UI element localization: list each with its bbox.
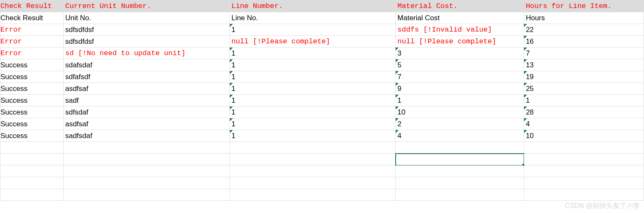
cell-empty[interactable] [396,165,524,177]
spreadsheet-grid[interactable]: Check Result Current Unit Number. Line N… [0,0,644,201]
cell-hours[interactable]: 25 [524,83,644,95]
cell-empty[interactable] [0,177,64,189]
subheader-row: Check Result Unit No. Line No. Material … [0,12,644,24]
cell-line[interactable]: 1 [229,48,396,59]
cell-empty[interactable] [63,189,229,201]
table-row: Successasdfsaf1925 [0,83,644,95]
cell-line[interactable]: 1 [229,83,396,95]
table-row: Successsdafsdaf1513 [0,59,644,71]
cell-unit[interactable]: sdfsdfdsf [63,24,229,36]
cell-hours[interactable]: 4 [524,118,644,130]
cell-check[interactable]: Success [0,118,64,130]
cell-unit[interactable]: sadf [63,95,229,106]
table-row: Successsdfafsdf1719 [0,71,644,83]
cell-hours[interactable]: 13 [524,59,644,71]
col-sub-hours[interactable]: Hours [524,12,644,24]
cell-empty[interactable] [396,154,524,165]
cell-empty[interactable] [0,154,64,165]
table-row-empty [0,165,644,177]
cell-line[interactable]: 1 [229,118,396,130]
cell-cost[interactable]: 3 [396,48,524,59]
cell-empty[interactable] [63,142,229,154]
cell-unit[interactable]: sd [!No need to update unit] [63,48,229,59]
cell-empty[interactable] [63,177,229,189]
cell-unit[interactable]: sdfafsdf [63,71,229,83]
table-row: Successsdfsdaf11028 [0,106,644,118]
cell-cost[interactable]: 7 [396,71,524,83]
col-header-hours[interactable]: Hours for Line Item. [524,0,644,12]
cell-hours[interactable]: 7 [524,48,644,59]
cell-hours[interactable]: 28 [524,106,644,118]
cell-hours[interactable]: 10 [524,130,644,142]
cell-unit[interactable]: sdafsdaf [63,59,229,71]
header-row: Check Result Current Unit Number. Line N… [0,0,644,12]
cell-empty[interactable] [524,189,644,201]
cell-line[interactable]: 1 [229,95,396,106]
cell-empty[interactable] [524,165,644,177]
cell-cost[interactable]: 4 [396,130,524,142]
cell-empty[interactable] [229,189,396,201]
cell-empty[interactable] [524,177,644,189]
col-header-line[interactable]: Line Number. [229,0,396,12]
cell-cost[interactable]: null [!Please complete] [396,36,524,48]
cell-check[interactable]: Error [0,24,64,36]
cell-cost[interactable]: 2 [396,118,524,130]
cell-check[interactable]: Success [0,71,64,83]
cell-check[interactable]: Success [0,95,64,106]
table-row: Errorsd [!No need to update unit]137 [0,48,644,59]
cell-hours[interactable]: 1 [524,95,644,106]
cell-empty[interactable] [396,142,524,154]
cell-empty[interactable] [63,165,229,177]
table-row: Errorsdfsdfdsf1sddfs [!Invalid value]22 [0,24,644,36]
cell-empty[interactable] [524,142,644,154]
cell-hours[interactable]: 16 [524,36,644,48]
cell-empty[interactable] [229,177,396,189]
cell-empty[interactable] [0,189,64,201]
col-header-unit[interactable]: Current Unit Number. [63,0,229,12]
cell-line[interactable]: 1 [229,71,396,83]
cell-unit[interactable]: asdfsaf [63,83,229,95]
table-row: Successsadfsdaf1410 [0,130,644,142]
col-sub-cost[interactable]: Material Cost [396,12,524,24]
cell-unit[interactable]: sdfsdaf [63,106,229,118]
cell-check[interactable]: Success [0,83,64,95]
cell-empty[interactable] [0,142,64,154]
table-row: Successsadf111 [0,95,644,106]
cell-check[interactable]: Success [0,59,64,71]
cell-empty[interactable] [0,165,64,177]
cell-empty[interactable] [229,142,396,154]
cell-line[interactable]: 1 [229,24,396,36]
cell-cost[interactable]: 10 [396,106,524,118]
col-sub-check[interactable]: Check Result [0,12,64,24]
col-header-cost[interactable]: Material Cost. [396,0,524,12]
table-row-empty [0,142,644,154]
cell-check[interactable]: Success [0,130,64,142]
cell-empty[interactable] [63,154,229,165]
cell-unit[interactable]: asdfsaf [63,118,229,130]
cell-empty[interactable] [396,177,524,189]
cell-empty[interactable] [396,189,524,201]
cell-empty[interactable] [229,154,396,165]
cell-check[interactable]: Success [0,106,64,118]
cell-line[interactable]: null [!Please complete] [229,36,396,48]
cell-hours[interactable]: 19 [524,71,644,83]
cell-line[interactable]: 1 [229,59,396,71]
cell-check[interactable]: Error [0,48,64,59]
cell-check[interactable]: Error [0,36,64,48]
cell-cost[interactable]: sddfs [!Invalid value] [396,24,524,36]
col-sub-line[interactable]: Line No. [229,12,396,24]
col-sub-unit[interactable]: Unit No. [63,12,229,24]
cell-hours[interactable]: 22 [524,24,644,36]
cell-unit[interactable]: sdfsdfdsf [63,36,229,48]
table-row-empty [0,177,644,189]
table-row-empty [0,189,644,201]
cell-cost[interactable]: 1 [396,95,524,106]
cell-unit[interactable]: sadfsdaf [63,130,229,142]
cell-cost[interactable]: 9 [396,83,524,95]
cell-line[interactable]: 1 [229,130,396,142]
cell-empty[interactable] [524,154,644,165]
cell-empty[interactable] [229,165,396,177]
col-header-check[interactable]: Check Result [0,0,64,12]
cell-line[interactable]: 1 [229,106,396,118]
cell-cost[interactable]: 5 [396,59,524,71]
